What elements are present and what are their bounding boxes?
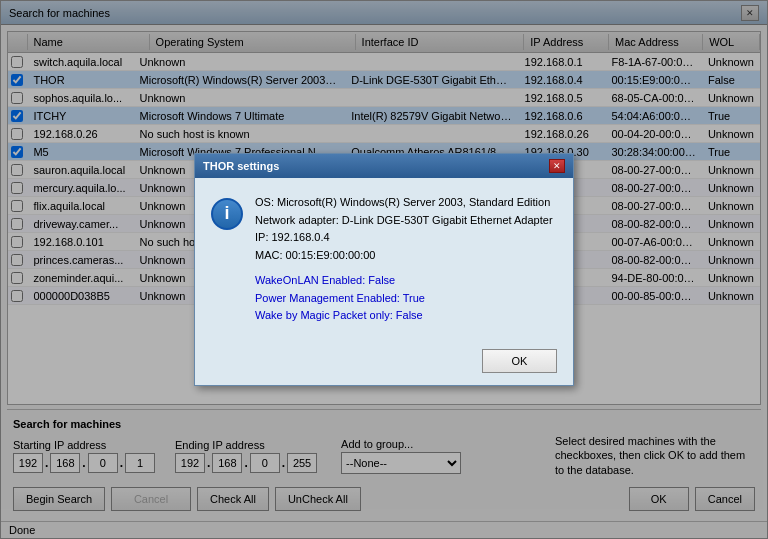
modal-overlay: THOR settings ✕ i OS: Microsoft(R) Windo… — [0, 0, 768, 539]
modal-wol1: WakeOnLAN Enabled: False — [255, 272, 557, 290]
thor-settings-modal: THOR settings ✕ i OS: Microsoft(R) Windo… — [194, 153, 574, 386]
modal-footer: OK — [195, 341, 573, 385]
modal-line3: IP: 192.168.0.4 — [255, 229, 557, 247]
modal-close-button[interactable]: ✕ — [549, 159, 565, 173]
modal-content: OS: Microsoft(R) Windows(R) Server 2003,… — [255, 194, 557, 325]
modal-line2: Network adapter: D-Link DGE-530T Gigabit… — [255, 212, 557, 230]
info-icon-text: i — [224, 203, 229, 224]
modal-title-bar: THOR settings ✕ — [195, 154, 573, 178]
modal-body: i OS: Microsoft(R) Windows(R) Server 200… — [195, 178, 573, 341]
info-icon: i — [211, 198, 243, 230]
modal-line1: OS: Microsoft(R) Windows(R) Server 2003,… — [255, 194, 557, 212]
modal-line4: MAC: 00:15:E9:00:00:00 — [255, 247, 557, 265]
modal-title: THOR settings — [203, 160, 279, 172]
modal-wol3: Wake by Magic Packet only: False — [255, 307, 557, 325]
modal-ok-button[interactable]: OK — [482, 349, 557, 373]
modal-wol2: Power Management Enabled: True — [255, 290, 557, 308]
